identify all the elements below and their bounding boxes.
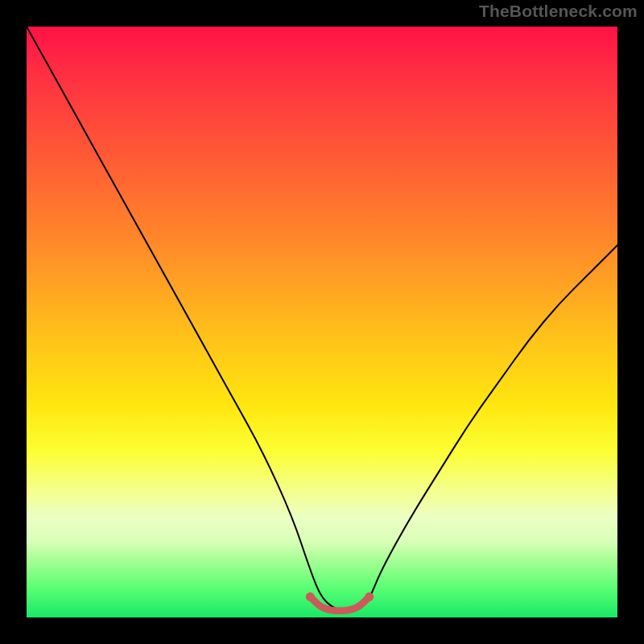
optimal-band-marker [310,597,369,610]
band-end-left [306,592,315,601]
curve-layer [27,27,617,617]
bottleneck-curve [27,27,617,612]
plot-area [27,27,617,617]
attribution-watermark: TheBottleneck.com [479,2,638,21]
chart-frame: TheBottleneck.com [0,0,644,644]
band-end-right [365,592,374,601]
